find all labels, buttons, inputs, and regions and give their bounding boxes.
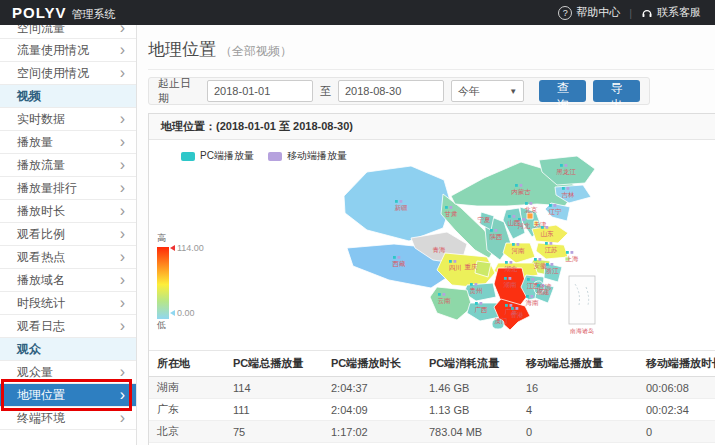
mobile-marker-山东 <box>546 226 549 229</box>
mobile-marker-四川 <box>454 260 457 263</box>
pc-marker-上海 <box>566 251 569 254</box>
sidebar-item-实时数据[interactable]: 实时数据› <box>0 108 136 131</box>
sidebar-item-观看日志[interactable]: 观看日志› <box>0 315 136 338</box>
sidebar-item-地理位置[interactable]: 地理位置› <box>0 384 136 407</box>
sidebar-item-播放时长[interactable]: 播放时长› <box>0 200 136 223</box>
chevron-right-icon: › <box>120 25 125 39</box>
sidebar-item-观众量[interactable]: 观众量› <box>0 361 136 384</box>
data-range-legend: 高 低 114.00 0.00 <box>157 232 217 332</box>
province-label-湖南: 湖南 <box>504 281 518 288</box>
table-cell: 00:02:34 <box>638 399 715 421</box>
sidebar-item-label: 实时数据 <box>17 112 65 126</box>
legend-item-mobile[interactable]: 移动端播放量 <box>268 149 347 163</box>
sidebar-item-空间使用情况[interactable]: 空间使用情况› <box>0 62 136 85</box>
mobile-marker-河南 <box>517 243 520 246</box>
map-legend: PC端播放量 移动端播放量 <box>181 149 347 163</box>
sidebar-item-label: 观看热点 <box>17 250 65 264</box>
page-title: 地理位置 <box>148 38 216 61</box>
topbar: POLYV 管理系统 ? 帮助中心 | 联系客服 <box>0 0 715 25</box>
sidebar-item-流量使用情况[interactable]: 流量使用情况› <box>0 39 136 62</box>
sidebar-item-观看比例[interactable]: 观看比例› <box>0 223 136 246</box>
mobile-marker-广西 <box>480 302 483 305</box>
sidebar-item-播放量[interactable]: 播放量› <box>0 131 136 154</box>
table-cell: 00:06:08 <box>638 377 715 399</box>
export-button[interactable]: 导出 <box>593 80 640 102</box>
table-cell: 湖南 <box>149 377 225 399</box>
sidebar-item-label: 流量使用情况 <box>17 43 89 57</box>
brand-logo[interactable]: POLYV 管理系统 <box>0 4 115 22</box>
brand-name: POLYV <box>12 4 66 21</box>
data-range-min-arrow-icon <box>170 310 175 316</box>
pc-marker-吉林 <box>562 187 565 190</box>
page-subtitle: （全部视频） <box>220 43 292 60</box>
province-label-湖北: 湖北 <box>505 265 519 273</box>
pc-marker-四川 <box>449 260 452 263</box>
province-label-海南: 海南 <box>526 299 540 307</box>
pc-marker-新疆 <box>395 200 398 203</box>
pc-marker-香港 <box>511 307 514 310</box>
province-label-浙江: 浙江 <box>546 267 560 275</box>
chevron-right-icon: › <box>120 384 125 406</box>
table-cell: 783.04 MB <box>421 421 518 443</box>
inset-label: 南海诸岛 <box>570 328 594 335</box>
chevron-right-icon: › <box>120 246 125 268</box>
geo-panel: 地理位置：(2018-01-01 至 2018-08-30) PC端播放量 移动… <box>148 113 715 445</box>
province-云南[interactable] <box>430 287 472 320</box>
pc-marker-西藏 <box>393 256 396 259</box>
mobile-marker-江苏 <box>550 242 553 245</box>
province-label-上海: 上海 <box>566 255 580 263</box>
chevron-right-icon: › <box>120 154 125 176</box>
sidebar-item-label: 播放量 <box>17 135 53 149</box>
sidebar-item-播放流量[interactable]: 播放流量› <box>0 154 136 177</box>
search-button[interactable]: 查询 <box>539 80 586 102</box>
mobile-marker-江西 <box>532 278 535 281</box>
province-label-澳门: 澳门 <box>495 317 508 325</box>
column-header: 移动端播放时长 <box>638 351 715 377</box>
pc-marker-辽宁 <box>549 204 552 207</box>
chevron-down-icon: ▼ <box>509 87 517 96</box>
province-label-青海: 青海 <box>433 246 447 254</box>
title-divider <box>148 69 714 70</box>
start-date-input[interactable] <box>207 80 313 102</box>
mobile-marker-云南 <box>443 293 446 296</box>
province-label-广西: 广西 <box>475 306 489 313</box>
province-label-香港: 香港 <box>511 311 525 319</box>
mobile-marker-广东 <box>510 304 513 307</box>
geo-table: 所在地PC端总播放量PC端播放时长PC端消耗流量移动端总播放量移动端播放时长 湖… <box>149 350 715 445</box>
sidebar-item-播放域名[interactable]: 播放域名› <box>0 269 136 292</box>
chevron-right-icon: › <box>120 108 125 130</box>
sidebar-item-空间流量[interactable]: 空间流量› <box>0 25 136 39</box>
pc-marker-湖北 <box>505 261 508 264</box>
sidebar-item-label: 空间使用情况 <box>17 66 89 80</box>
table-cell: 114 <box>225 377 323 399</box>
contact-support-button[interactable]: 联系客服 <box>641 5 701 20</box>
province-北京[interactable] <box>527 213 533 219</box>
sidebar-item-时段统计[interactable]: 时段统计› <box>0 292 136 315</box>
sidebar-item-终端环境[interactable]: 终端环境› <box>0 407 136 430</box>
sidebar-item-观看热点[interactable]: 观看热点› <box>0 246 136 269</box>
legend-item-pc[interactable]: PC端播放量 <box>181 149 254 163</box>
legend-swatch-pc <box>181 152 195 161</box>
sidebar-item-label: 播放量排行 <box>17 181 77 195</box>
data-range-max-value: 114.00 <box>177 243 204 253</box>
pc-marker-山东 <box>541 226 544 229</box>
pc-marker-湖南 <box>504 277 507 280</box>
chevron-right-icon: › <box>120 39 125 61</box>
geo-table-body: 湖南1142:04:371.46 GB1600:06:08广东1112:04:0… <box>149 377 715 445</box>
mobile-marker-辽宁 <box>554 204 557 207</box>
chevron-right-icon: › <box>120 361 125 383</box>
pc-marker-江西 <box>527 278 530 281</box>
column-header: 移动端总播放量 <box>518 351 638 377</box>
sidebar-item-label: 观众 <box>17 342 41 356</box>
data-range-max-arrow-icon <box>170 245 175 251</box>
sidebar-item-播放量排行[interactable]: 播放量排行› <box>0 177 136 200</box>
end-date-input[interactable] <box>338 80 444 102</box>
mobile-marker-安徽 <box>539 258 542 261</box>
to-label: 至 <box>320 84 331 99</box>
table-cell: 北京 <box>149 421 225 443</box>
province-label-四川: 四川 <box>449 264 462 271</box>
mobile-marker-浙江 <box>551 263 554 266</box>
sidebar-item-label: 地理位置 <box>17 388 65 402</box>
date-range-select[interactable]: 今年 ▼ <box>451 80 524 102</box>
help-center-button[interactable]: ? 帮助中心 <box>558 5 620 20</box>
